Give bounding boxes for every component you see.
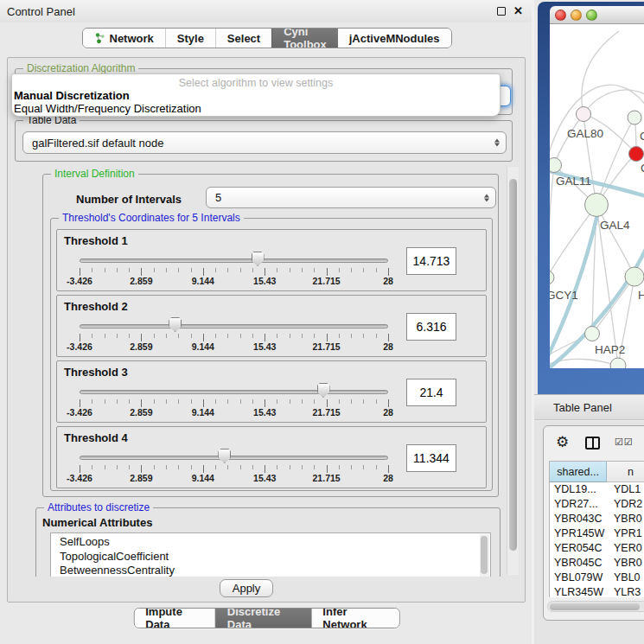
node-hap2[interactable] [585,327,600,341]
network-window-titlebar[interactable] [550,6,644,24]
tab-label: Cyni Toolbox [284,28,327,48]
tab-cyni-toolbox[interactable]: Cyni Toolbox [271,29,338,48]
table-row[interactable]: YBL079WYBL0 [550,571,644,585]
tick-label: 15.43 [242,473,287,483]
close-icon[interactable]: ✕ [513,4,523,17]
cell[interactable]: YDL19... [550,482,607,497]
tab-jactivemnodules[interactable]: jActiveMNodules [338,29,451,48]
settings-scrollbar[interactable] [507,167,519,575]
cell[interactable]: YLR345W [550,585,607,597]
threshold-2-slider-thumb[interactable] [169,317,182,332]
list-item[interactable]: TopologicalCoefficient [51,550,490,564]
dropdown-option-manual-discretization[interactable]: Manual Discretization [14,89,130,102]
node-gcy1[interactable] [550,271,554,284]
threshold-4-slider-thumb[interactable] [218,449,231,463]
threshold-4-value-field[interactable]: 11.344 [406,444,456,472]
tab-discretize-data[interactable]: Discretize Data [215,609,312,628]
table-row[interactable]: YBR043CYBR0 [550,512,644,526]
table-row[interactable]: YER054CYER0 [550,541,644,556]
gear-icon[interactable]: ⚙ [556,433,569,451]
close-traffic-light-icon[interactable] [555,10,566,21]
cell[interactable]: YDR27... [550,497,607,512]
tick-label: 28 [366,407,411,418]
float-panel-icon[interactable] [497,7,506,16]
column-header-name[interactable]: n [607,462,644,482]
scrollbar-thumb[interactable] [481,536,488,574]
dropdown-option-equal-width-frequency[interactable]: Equal Width/Frequency Discretization [14,102,201,115]
scrollbar-thumb[interactable] [550,603,640,610]
table-row[interactable]: YPR145WYPR1 [550,526,644,541]
node-selected-red[interactable] [629,147,644,162]
table-data-group: Table Data galFiltered.sif default node [15,120,513,162]
cell[interactable]: YDL1 [607,482,644,497]
threshold-3-value-field[interactable]: 21.4 [406,379,456,406]
node-gal11[interactable] [550,158,562,173]
threshold-1-slider-track[interactable] [80,258,388,263]
tick-label: 9.144 [181,407,226,418]
thresholds-group: Threshold's Coordinates for 5 Intervals … [50,218,493,491]
node-attribute-table[interactable]: shared... n YDL19...YDL1 YDR27...YDR2 YB… [549,461,644,597]
tick-label: -3.426 [57,407,102,418]
cell[interactable]: YBR0 [607,556,644,571]
group-title: Interval Definition [51,168,138,180]
table-data-combobox[interactable]: galFiltered.sif default node [22,131,507,154]
cell[interactable]: YBR045C [550,556,607,571]
columns-icon[interactable] [585,437,600,450]
cell[interactable]: YBL0 [607,571,644,585]
threshold-4-slider-track[interactable] [80,456,388,460]
threshold-1-value-field[interactable]: 14.713 [406,247,456,275]
node-gal80[interactable] [577,107,591,122]
threshold-3-slider-thumb[interactable] [317,383,330,398]
slider-ticks [80,465,389,473]
cell[interactable]: YBR0 [607,512,644,526]
node-h[interactable] [625,267,644,286]
top-tab-bar: Network Style Select Cyni Toolbox jActiv… [81,28,451,48]
apply-button[interactable]: Apply [220,579,273,597]
table-row[interactable]: YBR045CYBR0 [550,556,644,571]
cell[interactable]: YBL079W [550,571,607,585]
column-header-shared[interactable]: shared... [550,462,607,482]
table-row[interactable]: YLR345WYLR3 [550,585,644,597]
network-view-canvas[interactable]: GAL80 G GAL11 C GAL4 GCY1 H HAP2 [550,24,644,368]
select-columns-checkboxes-icon[interactable]: ☑☑ [615,437,634,448]
tab-select[interactable]: Select [215,29,271,48]
threshold-2-slider-track[interactable] [80,324,388,328]
table-horizontal-scrollbar[interactable] [547,601,644,612]
number-of-intervals-combobox[interactable]: 5 [206,187,496,208]
slider-ticks [80,268,389,276]
threshold-1-slider-thumb[interactable] [252,252,265,266]
algorithm-dropdown-popup: Select algorithm to view settings Manual… [11,73,501,117]
group-title: Discretization Algorithm [23,62,138,74]
node-gal4[interactable] [585,194,609,217]
table-row[interactable]: YDL19...YDL1 [550,482,644,497]
cell[interactable]: YLR3 [607,585,644,597]
tab-style[interactable]: Style [165,29,215,48]
list-scrollbar[interactable] [480,534,489,577]
cell[interactable]: YDR2 [607,497,644,512]
cell[interactable]: YPR145W [550,526,607,541]
tick-label: 15.43 [242,407,287,418]
threshold-3-slider-track[interactable] [80,390,388,394]
cell[interactable]: YER0 [607,541,644,556]
node-bottom[interactable] [610,358,626,368]
numerical-attributes-list[interactable]: SelfLoops TopologicalCoefficient Between… [50,532,491,577]
cell[interactable]: YBR043C [550,512,607,526]
scrollbar-thumb[interactable] [509,179,517,551]
numerical-attributes-label: Numerical Attributes [42,516,152,529]
tab-impute-data[interactable]: Impute Data [134,609,215,628]
threshold-2-value-field[interactable]: 6.316 [406,313,456,341]
node-label-h: H [638,289,644,302]
cell[interactable]: YPR1 [607,526,644,541]
combobox-value: galFiltered.sif default node [32,137,163,150]
cell[interactable]: YER054C [550,541,607,556]
list-item[interactable]: BetweennessCentrality [51,564,490,577]
table-panel-body: ⚙ ☑☑ shared... n YDL19...YDL1 YDR27...YD… [534,421,644,644]
tab-label: Impute Data [145,608,204,628]
tab-infer-network[interactable]: Infer Network [311,609,399,628]
tab-network[interactable]: Network [82,29,164,48]
zoom-traffic-light-icon[interactable] [586,10,597,21]
list-item[interactable]: SelfLoops [51,533,490,550]
node-top-right[interactable] [628,111,641,124]
minimize-traffic-light-icon[interactable] [571,10,582,21]
table-row[interactable]: YDR27...YDR2 [550,497,644,512]
